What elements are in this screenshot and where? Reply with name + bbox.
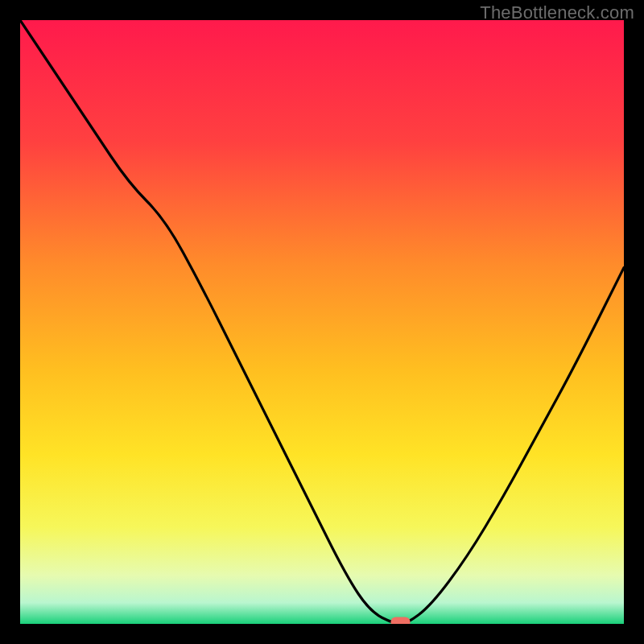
- watermark-text: TheBottleneck.com: [480, 2, 634, 23]
- chart-frame: TheBottleneck.com: [0, 0, 644, 644]
- gradient-background: [20, 20, 624, 624]
- optimal-point-marker: [391, 617, 411, 625]
- bottleneck-chart: [20, 20, 624, 624]
- plot-area: [20, 20, 624, 624]
